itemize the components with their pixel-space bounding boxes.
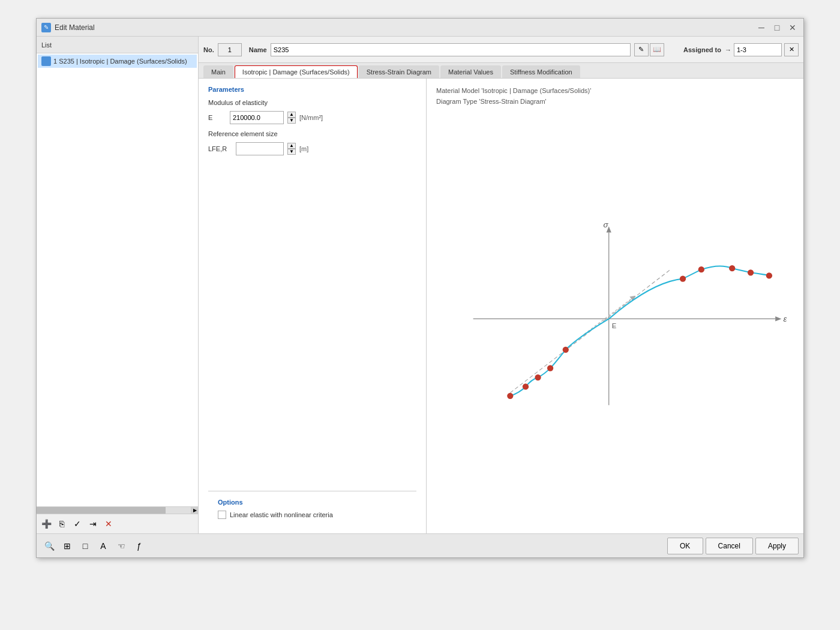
lfe-spin-down[interactable]: ▼ [287, 149, 296, 155]
svg-point-9 [680, 276, 686, 282]
ref-size-label-row: Reference element size [208, 130, 416, 137]
diagram-info-line2: Diagram Type 'Stress-Strain Diagram' [436, 97, 794, 107]
parameters-title: Parameters [208, 86, 416, 93]
lfe-row: LFE,R ▲ ▼ [m] [208, 142, 416, 155]
window-icon: ✎ [41, 23, 51, 32]
text-bottom-btn[interactable]: A [95, 538, 111, 554]
search-bottom-icon: 🔍 [44, 541, 55, 551]
tab-content: Parameters Modulus of elasticity E ▲ ▼ [ [199, 79, 803, 533]
import-button[interactable]: ⇥ [86, 517, 100, 531]
lfe-spin-up[interactable]: ▲ [287, 143, 296, 149]
name-input[interactable] [271, 43, 631, 56]
tab-stress-strain[interactable]: Stress-Strain Diagram [359, 65, 439, 78]
function-bottom-btn[interactable]: ƒ [131, 538, 147, 554]
copy-icon: ⎘ [59, 519, 64, 529]
svg-point-17 [523, 383, 529, 389]
option-linear-row: Linear elastic with nonlinear criteria [218, 511, 407, 519]
e-field-label: E [208, 114, 226, 121]
tabs-bar: Main Isotropic | Damage (Surfaces/Solids… [199, 63, 803, 79]
ref-size-label: Reference element size [208, 130, 280, 137]
function-bottom-icon: ƒ [137, 541, 142, 551]
arrow-icon: → [725, 46, 731, 53]
svg-point-15 [547, 365, 553, 371]
assigned-input[interactable] [734, 43, 782, 56]
diagram-area: ε σ E [436, 112, 794, 526]
delete-button[interactable]: ✕ [101, 517, 116, 531]
svg-point-10 [698, 266, 704, 272]
lfe-input[interactable] [236, 142, 284, 155]
svg-text:E: E [612, 322, 617, 329]
scroll-thumb [37, 507, 166, 514]
maximize-button[interactable]: □ [771, 22, 783, 34]
title-bar: ✎ Edit Material ─ □ ✕ [37, 19, 803, 37]
no-field-group: No. [203, 43, 242, 56]
list-item[interactable]: 1 S235 | Isotropic | Damage (Surfaces/So… [38, 55, 197, 68]
copy-button[interactable]: ⎘ [55, 517, 69, 531]
edit-icon-btn[interactable]: ✎ [634, 43, 649, 56]
e-spin-up[interactable]: ▲ [287, 112, 296, 118]
tab-stiffness-mod[interactable]: Stiffness Modification [502, 65, 580, 78]
e-spinner[interactable]: ▲ ▼ [287, 112, 296, 124]
svg-point-11 [729, 265, 735, 271]
e-spin-down[interactable]: ▼ [287, 118, 296, 124]
box-bottom-icon: □ [83, 541, 88, 551]
tab-stiffness-mod-label: Stiffness Modification [510, 68, 572, 76]
e-unit: [N/mm²] [299, 114, 323, 121]
cancel-button[interactable]: Cancel [706, 538, 753, 554]
svg-point-13 [766, 273, 772, 279]
bottom-toolbar: 🔍 ⊞ □ A ☜ ƒ OK Cancel Apply [37, 533, 803, 557]
tab-material-values[interactable]: Material Values [440, 65, 501, 78]
hand-bottom-btn[interactable]: ☜ [113, 538, 129, 554]
field-icons: ✎ 📖 [634, 43, 664, 56]
params-panel: Parameters Modulus of elasticity E ▲ ▼ [ [199, 79, 427, 533]
svg-marker-1 [775, 316, 781, 321]
lfe-unit: [m] [299, 145, 308, 152]
diagram-panel: Material Model 'Isotropic | Damage (Surf… [427, 79, 803, 533]
search-bottom-btn[interactable]: 🔍 [41, 538, 57, 554]
svg-point-16 [535, 374, 541, 380]
tab-main[interactable]: Main [203, 65, 233, 78]
apply-button[interactable]: Apply [755, 538, 799, 554]
ok-button[interactable]: OK [667, 538, 703, 554]
horizontal-scrollbar[interactable]: ▶ [37, 506, 198, 514]
linear-elastic-checkbox[interactable] [218, 511, 226, 519]
text-bottom-icon: A [100, 541, 106, 551]
check-icon: ✓ [74, 519, 81, 529]
table-bottom-icon: ⊞ [64, 541, 71, 551]
tab-material-values-label: Material Values [448, 68, 493, 76]
diagram-info-line1: Material Model 'Isotropic | Damage (Surf… [436, 86, 794, 97]
stress-strain-chart: ε σ E [436, 112, 794, 526]
add-button[interactable]: ➕ [39, 517, 53, 531]
assigned-icon-btn[interactable]: ✕ [784, 43, 799, 56]
scroll-right-btn[interactable]: ▶ [191, 507, 198, 514]
add-icon: ➕ [41, 519, 52, 529]
e-input[interactable] [230, 111, 284, 124]
left-panel: List 1 S235 | Isotropic | Damage (Surfac… [37, 37, 199, 533]
list-header: List [37, 37, 198, 53]
right-panel: No. Name ✎ 📖 Assigned to → [199, 37, 803, 533]
options-title: Options [218, 499, 407, 506]
assigned-group: Assigned to → ✕ [683, 43, 799, 56]
modulus-label: Modulus of elasticity [208, 99, 280, 106]
tab-stress-strain-label: Stress-Strain Diagram [367, 68, 431, 76]
box-bottom-btn[interactable]: □ [77, 538, 93, 554]
tab-isotropic-label: Isotropic | Damage (Surfaces/Solids) [242, 68, 350, 76]
lfe-spinner[interactable]: ▲ ▼ [287, 143, 296, 155]
material-icon [41, 56, 51, 66]
tab-isotropic[interactable]: Isotropic | Damage (Surfaces/Solids) [235, 65, 358, 78]
options-section: Options Linear elastic with nonlinear cr… [208, 491, 416, 526]
top-fields: No. Name ✎ 📖 Assigned to → [199, 37, 803, 63]
close-button[interactable]: ✕ [787, 22, 799, 34]
e-row: E ▲ ▼ [N/mm²] [208, 111, 416, 124]
window-title: Edit Material [55, 23, 752, 32]
check-button[interactable]: ✓ [70, 517, 85, 531]
no-input[interactable] [218, 43, 242, 56]
modulus-label-row: Modulus of elasticity [208, 99, 416, 106]
linear-elastic-label: Linear elastic with nonlinear criteria [230, 511, 333, 518]
tab-main-label: Main [211, 68, 226, 76]
minimize-button[interactable]: ─ [755, 22, 767, 34]
book-icon-btn[interactable]: 📖 [650, 43, 664, 56]
table-bottom-btn[interactable]: ⊞ [59, 538, 75, 554]
svg-point-12 [748, 269, 754, 275]
assigned-field: → ✕ [725, 43, 799, 56]
